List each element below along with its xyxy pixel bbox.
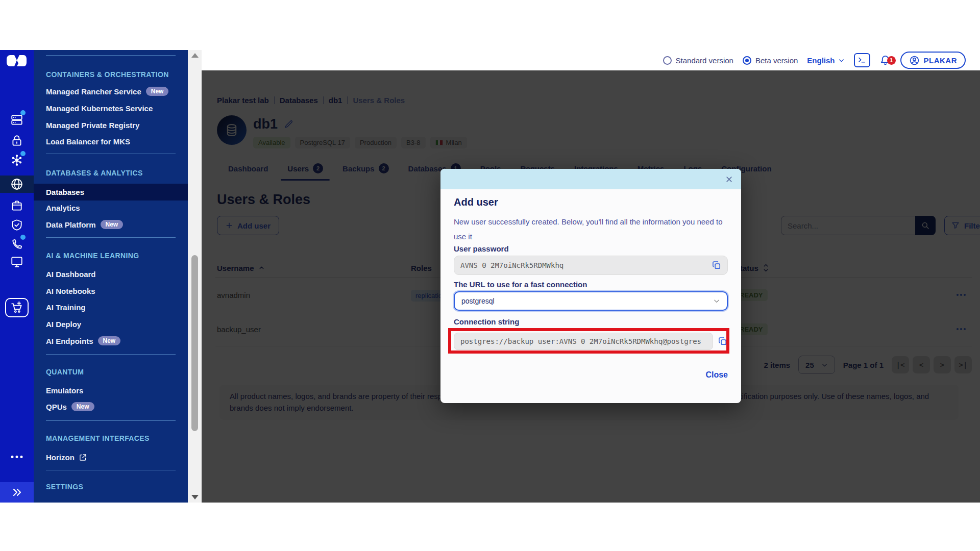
notifications-button[interactable]: 1 bbox=[879, 55, 891, 66]
lock-icon[interactable] bbox=[10, 134, 23, 147]
sidebar-item-data-platform[interactable]: Data PlatformNew bbox=[46, 220, 123, 229]
briefcase-icon[interactable] bbox=[10, 199, 23, 212]
app-window: CONTAINERS & ORCHESTRATION Managed Ranch… bbox=[0, 50, 980, 503]
order-cart-button[interactable] bbox=[5, 298, 29, 317]
rail-more-icon[interactable] bbox=[11, 456, 23, 458]
sidebar-item-horizon[interactable]: Horizon bbox=[46, 453, 87, 462]
user-circle-icon bbox=[909, 55, 920, 66]
sidebar-menu: CONTAINERS & ORCHESTRATION Managed Ranch… bbox=[34, 50, 188, 503]
top-bar: Standard version Beta version English 1 … bbox=[202, 50, 980, 70]
chevron-down-icon bbox=[838, 57, 845, 64]
scroll-down-arrow[interactable] bbox=[191, 495, 199, 499]
section-management-interfaces: MANAGEMENT INTERFACES bbox=[46, 434, 150, 442]
radio-icon[interactable] bbox=[663, 56, 672, 65]
modal-header bbox=[440, 169, 741, 189]
standard-version-radio[interactable]: Standard version bbox=[663, 56, 733, 65]
section-settings: SETTINGS bbox=[46, 483, 83, 491]
sidebar-item-ai-dashboard[interactable]: AI Dashboard bbox=[46, 270, 96, 279]
menu-divider bbox=[46, 55, 176, 56]
add-user-modal: Add user New user successfully created. … bbox=[440, 169, 741, 403]
menu-divider bbox=[46, 470, 176, 470]
new-badge: New bbox=[146, 87, 169, 96]
ovhcloud-logo bbox=[6, 54, 28, 70]
terminal-icon bbox=[857, 56, 867, 64]
password-input[interactable] bbox=[454, 261, 712, 269]
sidebar-item-ai-notebooks[interactable]: AI Notebooks bbox=[46, 287, 95, 295]
sidebar-item-ai-endpoints[interactable]: AI EndpointsNew bbox=[46, 336, 120, 345]
section-containers-orchestration: CONTAINERS & ORCHESTRATION bbox=[46, 70, 169, 79]
scrollbar-thumb[interactable] bbox=[191, 255, 198, 431]
sidebar-item-emulators[interactable]: Emulators bbox=[46, 386, 83, 395]
expand-sidebar-button[interactable] bbox=[0, 482, 34, 503]
main-area: Standard version Beta version English 1 … bbox=[202, 50, 980, 503]
scroll-up-arrow[interactable] bbox=[191, 53, 199, 58]
monitor-icon[interactable] bbox=[10, 255, 23, 268]
globe-icon[interactable] bbox=[10, 178, 23, 191]
new-badge: New bbox=[101, 220, 124, 229]
section-quantum: QUANTUM bbox=[46, 368, 84, 376]
section-ai-machine-learning: AI & MACHINE LEARNING bbox=[46, 252, 139, 260]
copy-icon[interactable] bbox=[718, 336, 728, 346]
radio-checked-icon[interactable] bbox=[743, 56, 751, 65]
connection-string-input[interactable] bbox=[454, 337, 713, 345]
sidebar-item-analytics[interactable]: Analytics bbox=[46, 204, 80, 212]
protocol-select[interactable]: postgresql bbox=[454, 291, 728, 311]
new-badge: New bbox=[98, 336, 121, 345]
shield-check-icon[interactable] bbox=[10, 218, 23, 232]
password-field bbox=[454, 256, 728, 275]
phone-notification-dot bbox=[20, 235, 26, 240]
server-notification-dot bbox=[20, 110, 26, 115]
network-notification-dot bbox=[20, 151, 26, 156]
menu-divider bbox=[46, 420, 176, 421]
external-link-icon bbox=[79, 454, 87, 461]
chevron-down-icon bbox=[713, 297, 720, 305]
close-button[interactable]: Close bbox=[705, 370, 728, 380]
double-chevron-right-icon bbox=[12, 488, 22, 496]
sidebar-item-databases[interactable]: Databases bbox=[34, 184, 188, 201]
terminal-button[interactable] bbox=[854, 53, 870, 67]
close-icon[interactable] bbox=[724, 174, 734, 184]
icon-rail bbox=[0, 50, 34, 503]
server-icon[interactable] bbox=[10, 113, 23, 127]
cart-plus-icon bbox=[10, 301, 23, 314]
menu-divider bbox=[46, 354, 176, 355]
sidebar-item-ai-deploy[interactable]: AI Deploy bbox=[46, 320, 81, 329]
beta-version-radio[interactable]: Beta version bbox=[743, 56, 798, 65]
account-button[interactable]: PLAKAR bbox=[900, 52, 966, 69]
sidebar-item-ai-training[interactable]: AI Training bbox=[46, 303, 86, 312]
notification-count-badge: 1 bbox=[887, 56, 896, 65]
copy-icon[interactable] bbox=[712, 260, 722, 270]
language-selector[interactable]: English bbox=[807, 56, 844, 65]
sidebar-item-qpus[interactable]: QPUsNew bbox=[46, 402, 94, 411]
password-label: User password bbox=[454, 244, 509, 253]
phone-icon[interactable] bbox=[10, 238, 23, 251]
url-label: The URL to use for a fast connection bbox=[454, 280, 587, 289]
connection-string-field bbox=[454, 333, 728, 350]
new-badge: New bbox=[71, 402, 94, 411]
modal-description: New user successfully created. Below, yo… bbox=[454, 215, 724, 244]
menu-divider bbox=[46, 154, 176, 154]
sidebar-item-managed-rancher[interactable]: Managed Rancher ServiceNew bbox=[46, 87, 168, 96]
menu-divider bbox=[46, 237, 176, 238]
screen: CONTAINERS & ORCHESTRATION Managed Ranch… bbox=[0, 0, 980, 551]
modal-title: Add user bbox=[454, 196, 498, 208]
sidebar-scrollbar[interactable] bbox=[188, 50, 202, 503]
sidebar-item-managed-kubernetes[interactable]: Managed Kubernetes Service bbox=[46, 104, 153, 113]
connection-string-label: Connection string bbox=[454, 317, 519, 326]
sidebar-item-load-balancer-mks[interactable]: Load Balancer for MKS bbox=[46, 137, 130, 146]
sidebar-item-managed-private-registry[interactable]: Managed Private Registry bbox=[46, 121, 139, 130]
section-databases-analytics: DATABASES & ANALYTICS bbox=[46, 169, 143, 177]
